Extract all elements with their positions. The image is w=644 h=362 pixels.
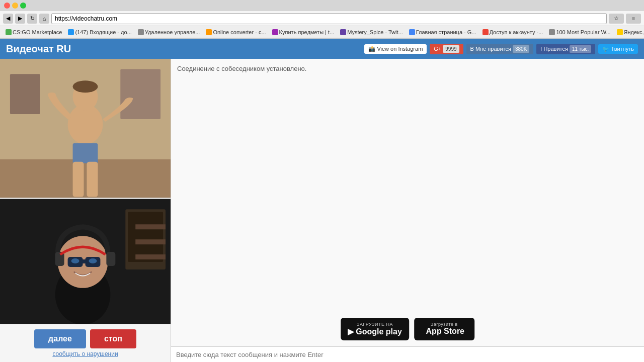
remote-video xyxy=(0,59,171,198)
bookmark-twitch[interactable]: Mystery_Spice - Twit... xyxy=(338,28,405,36)
button-bar: далее стоп сообщить о нарушении xyxy=(0,324,171,362)
facebook-icon: f xyxy=(540,46,542,52)
svg-rect-23 xyxy=(82,259,87,263)
next-button[interactable]: далее xyxy=(34,329,86,348)
chat-input[interactable] xyxy=(176,351,639,358)
forward-button[interactable]: ▶ xyxy=(15,14,25,24)
local-video-art xyxy=(0,199,171,324)
window-controls xyxy=(4,3,26,9)
bookmark-popular[interactable]: 100 Most Popular W... xyxy=(546,28,613,36)
svg-rect-14 xyxy=(135,240,166,245)
title-bar xyxy=(0,0,644,11)
svg-rect-8 xyxy=(73,162,84,197)
svg-rect-20 xyxy=(106,252,115,266)
bookmark-yandex[interactable]: Яндекс.Деньги xyxy=(614,28,644,36)
gplus-button[interactable]: G+ 9999 xyxy=(430,44,463,54)
svg-point-6 xyxy=(73,80,98,93)
chat-messages: Соединение с собеседником установлено. З… xyxy=(171,59,644,346)
vk-icon: В xyxy=(470,46,474,52)
svg-rect-1 xyxy=(0,159,171,198)
bookmark-inbox[interactable]: (147) Входящие - до... xyxy=(65,28,134,36)
main-buttons: далее стоп xyxy=(5,329,166,348)
app-store-badge[interactable]: Загрузите в App Store xyxy=(414,318,474,340)
google-play-icon: ▶ xyxy=(348,327,354,336)
maximize-button[interactable] xyxy=(20,3,26,9)
instagram-icon: 📸 xyxy=(368,46,375,52)
refresh-button[interactable]: ↻ xyxy=(27,14,37,24)
bookmark-google[interactable]: Главная страница - G... xyxy=(407,28,479,36)
main-content: далее стоп сообщить о нарушении Соединен… xyxy=(0,59,644,362)
nav-bar: ◀ ▶ ↻ ⌂ ☆ ≡ xyxy=(0,11,644,26)
bookmarks-bar: CS:GO Marketplace (147) Входящие - до...… xyxy=(0,26,644,38)
instagram-button[interactable]: 📸 View on Instagram xyxy=(364,44,427,54)
svg-point-25 xyxy=(89,258,97,263)
svg-point-24 xyxy=(71,258,79,263)
remote-video-art xyxy=(0,59,171,198)
browser-chrome: ◀ ▶ ↻ ⌂ ☆ ≡ CS:GO Marketplace (147) Вход… xyxy=(0,0,644,39)
google-play-badge[interactable]: ЗАГРУЗИТЕ НА ▶ Google play xyxy=(341,318,409,340)
menu-button[interactable]: ≡ xyxy=(626,14,641,24)
back-button[interactable]: ◀ xyxy=(3,14,13,24)
bookmark-converter[interactable]: Online converter - c... xyxy=(203,28,268,36)
bookmark-items[interactable]: Купить предметы | t... xyxy=(270,28,337,36)
twitter-icon: 🐦 xyxy=(602,46,609,52)
vk-like-button[interactable]: В Мне нравится 380K xyxy=(466,44,534,54)
close-button[interactable] xyxy=(4,3,10,9)
connection-message: Соединение с собеседником установлено. xyxy=(177,65,638,72)
svg-rect-13 xyxy=(135,225,166,230)
report-link[interactable]: сообщить о нарушении xyxy=(5,350,166,357)
svg-rect-7 xyxy=(73,143,98,163)
bookmark-remote[interactable]: Удаленное управле... xyxy=(135,28,203,36)
stop-button[interactable]: стоп xyxy=(90,329,136,348)
svg-rect-9 xyxy=(87,162,98,197)
minimize-button[interactable] xyxy=(12,3,18,9)
svg-rect-3 xyxy=(120,69,160,119)
bookmark-account[interactable]: Доступ к аккаунту -... xyxy=(480,28,546,36)
svg-rect-2 xyxy=(10,74,40,114)
chat-input-bar xyxy=(171,346,644,362)
svg-rect-12 xyxy=(128,212,163,262)
facebook-like-button[interactable]: f Нравится 11 тыс. xyxy=(536,44,595,54)
right-panel: Соединение с собеседником установлено. З… xyxy=(171,59,644,362)
site-logo: Видеочат RU xyxy=(6,43,71,55)
gplus-icon: G+ xyxy=(434,46,441,52)
bookmark-csgo[interactable]: CS:GO Marketplace xyxy=(3,28,64,36)
extensions-button[interactable]: ☆ xyxy=(609,14,624,24)
app-badges: ЗАГРУЗИТЕ НА ▶ Google play Загрузите в A… xyxy=(341,318,474,340)
address-bar[interactable] xyxy=(51,13,607,24)
twitter-button[interactable]: 🐦 Твитнуть xyxy=(598,44,638,54)
svg-rect-15 xyxy=(135,255,166,260)
header-right: 📸 View on Instagram G+ 9999 В Мне нравит… xyxy=(364,44,638,54)
left-panel: далее стоп сообщить о нарушении xyxy=(0,59,171,362)
home-button[interactable]: ⌂ xyxy=(39,14,49,24)
site-header: Видеочат RU 📸 View on Instagram G+ 9999 … xyxy=(0,39,644,59)
local-video xyxy=(0,199,171,324)
